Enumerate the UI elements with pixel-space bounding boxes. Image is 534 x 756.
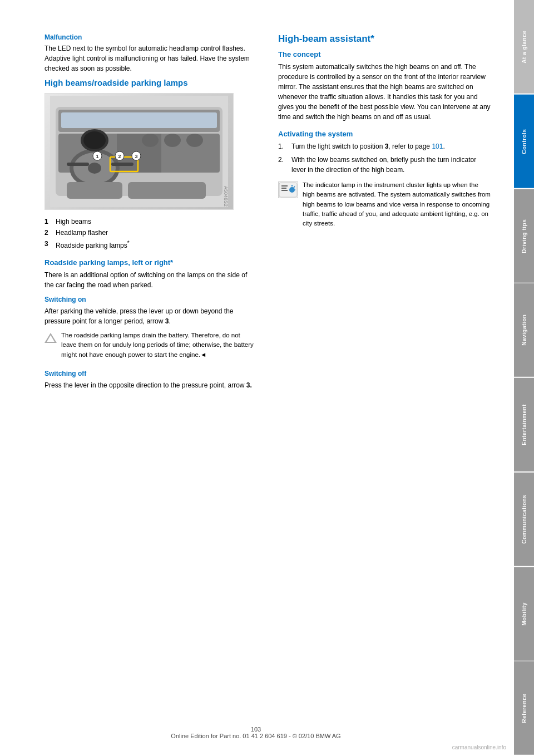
step1-num: 1. (278, 141, 288, 151)
sidebar-tab-controls[interactable]: Controls (514, 95, 534, 188)
switching-off-text: Press the lever in the opposite directio… (44, 380, 256, 390)
concept-text: This system automatically switches the h… (278, 62, 492, 122)
image-label: A5046S2 (223, 186, 229, 207)
malfunction-section: Malfunction The LED next to the symbol f… (44, 33, 256, 73)
step2-num: 2. (278, 155, 288, 175)
svg-point-20 (142, 134, 159, 147)
high-beam-indicator-svg (279, 182, 298, 198)
footer-text: Online Edition for Part no. 01 41 2 604 … (171, 733, 340, 739)
svg-rect-10 (67, 163, 89, 166)
list-item-2: 2 Headlamp flasher (44, 228, 256, 238)
svg-point-21 (164, 134, 181, 147)
svg-text:2: 2 (118, 154, 121, 159)
svg-point-29 (289, 187, 295, 193)
watermark: carmanualsonline.info (452, 744, 506, 750)
roadside-text: There is an additional option of switchi… (44, 270, 256, 290)
switching-on-heading: Switching on (44, 296, 256, 303)
svg-rect-23 (67, 182, 122, 199)
step2-text: With the low beams switched on, briefly … (291, 155, 492, 175)
item-num-3: 3 (44, 239, 52, 251)
item-num-2: 2 (44, 228, 52, 238)
car-diagram-svg: 1 2 3 (50, 96, 228, 207)
activating-step-1: 1. Turn the light switch to position 3, … (278, 141, 492, 151)
switching-off-bold: 3. (246, 381, 252, 389)
svg-text:1: 1 (96, 154, 98, 159)
section-heading: High beams/roadside parking lamps (44, 78, 256, 87)
main-heading: High-beam assistant* (278, 33, 492, 45)
svg-text:3: 3 (135, 154, 137, 159)
sidebar-tab-entertainment[interactable]: Entertainment (514, 378, 534, 472)
page-footer: 103 Online Edition for Part no. 01 41 2 … (0, 726, 512, 739)
sidebar: At a glance Controls Driving tips Naviga… (514, 0, 534, 756)
page-link-101[interactable]: 101 (432, 143, 443, 150)
sidebar-tab-navigation[interactable]: Navigation (514, 283, 534, 377)
main-content: Malfunction The LED next to the symbol f… (0, 0, 514, 756)
malfunction-text: The LED next to the symbol for automatic… (44, 43, 256, 73)
svg-rect-9 (111, 163, 134, 166)
note-end-symbol: ◄ (200, 351, 206, 358)
sidebar-tab-driving-tips[interactable]: Driving tips (514, 189, 534, 283)
activating-step-2: 2. With the low beams switched on, brief… (278, 155, 492, 175)
sidebar-tab-communications[interactable]: Communications (514, 473, 534, 566)
indicator-note-box: The indicator lamp in the instrument clu… (278, 180, 492, 233)
parts-list: 1 High beams 2 Headlamp flasher 3 Roadsi… (44, 217, 256, 251)
car-diagram-image: 1 2 3 (44, 93, 234, 210)
activating-heading: Activating the system (278, 130, 492, 138)
svg-point-19 (83, 131, 106, 149)
sidebar-tab-reference[interactable]: Reference (514, 661, 534, 755)
sidebar-tab-at-a-glance[interactable]: At a glance (514, 0, 534, 94)
svg-point-22 (186, 134, 203, 147)
svg-rect-24 (128, 182, 206, 199)
switching-off-heading: Switching off (44, 370, 256, 377)
warning-triangle-icon (44, 333, 57, 343)
indicator-icon (278, 181, 298, 198)
malfunction-heading: Malfunction (44, 33, 256, 41)
roadside-heading: Roadside parking lamps, left or right* (44, 258, 256, 267)
svg-point-8 (88, 163, 101, 174)
list-item-1: 1 High beams (44, 217, 256, 227)
item-num-1: 1 (44, 217, 52, 227)
list-item-3: 3 Roadside parking lamps* (44, 239, 256, 251)
step1-text: Turn the light switch to position 3, ref… (291, 141, 445, 151)
item-label-3: Roadside parking lamps* (56, 239, 130, 251)
battery-note: The roadside parking lamps drain the bat… (44, 331, 256, 364)
note-text: The roadside parking lamps drain the bat… (61, 331, 256, 360)
item-label-2: Headlamp flasher (56, 228, 108, 238)
switching-on-text: After parking the vehicle, press the lev… (44, 306, 256, 326)
left-column: Malfunction The LED next to the symbol f… (44, 33, 256, 723)
svg-rect-3 (61, 112, 217, 128)
switching-on-bold: 3 (165, 317, 169, 325)
item-label-1: High beams (56, 217, 91, 227)
concept-heading: The concept (278, 50, 492, 58)
page-number: 103 (251, 726, 261, 733)
sidebar-tab-mobility[interactable]: Mobility (514, 567, 534, 661)
page-container: Malfunction The LED next to the symbol f… (0, 0, 534, 756)
indicator-note-text: The indicator lamp in the instrument clu… (303, 180, 492, 228)
right-column: High-beam assistant* The concept This sy… (273, 33, 492, 723)
